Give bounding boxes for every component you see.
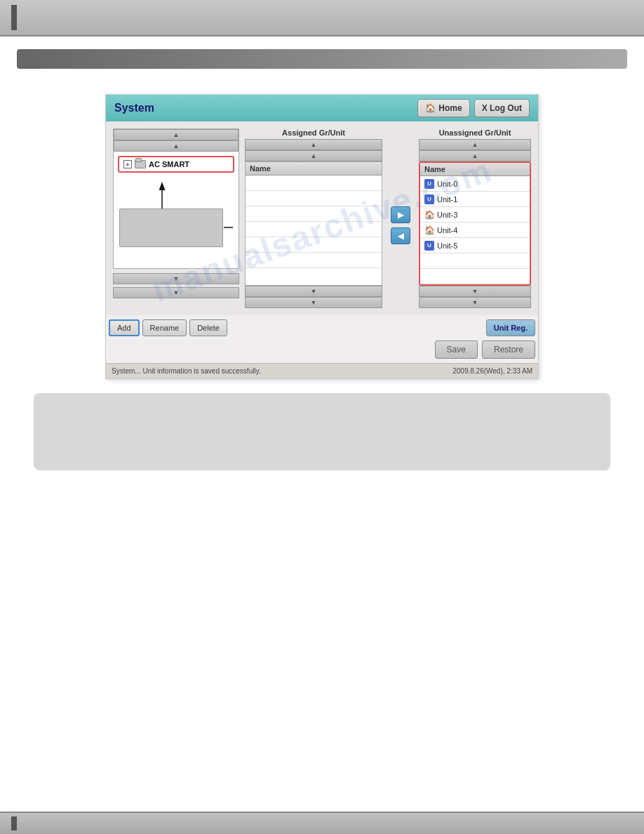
unit-icon-4: 🏠 <box>424 225 434 235</box>
tree-panel: ▲ ▲ + AC SMART <box>113 128 239 308</box>
bottom-bar <box>0 812 644 834</box>
assigned-scroll-down2[interactable]: ▼ <box>245 297 382 308</box>
unassigned-border: Name U Unit-0 U Unit-1 🏠 Unit-3 <box>419 161 531 286</box>
rename-button[interactable]: Rename <box>142 319 187 336</box>
home-button[interactable]: 🏠 Home <box>417 99 469 117</box>
unit-row-4[interactable]: 🏠 Unit-4 <box>420 223 530 238</box>
assigned-label: Assigned Gr/Unit <box>245 128 382 137</box>
assigned-name-header: Name <box>246 162 382 176</box>
top-bar-accent <box>11 5 17 30</box>
top-bar <box>0 0 644 37</box>
assigned-row-1[interactable] <box>246 176 382 191</box>
assigned-row-6[interactable] <box>246 253 382 268</box>
unassigned-scroll-down2[interactable]: ▼ <box>419 297 531 308</box>
unassigned-name-header: Name <box>420 163 530 176</box>
assigned-row-3[interactable] <box>246 206 382 222</box>
unit-icon-1: U <box>424 194 434 204</box>
screenshot-container: System 🏠 Home X Log Out ▲ ▲ + <box>105 94 539 379</box>
unit-reg-button[interactable]: Unit Reg. <box>486 319 535 336</box>
tree-scroll-area: ▲ ▲ + AC SMART <box>113 128 239 269</box>
unit-icon-5: U <box>424 241 434 251</box>
unit-icon-0: U <box>424 179 434 189</box>
system-buttons: 🏠 Home X Log Out <box>417 99 530 117</box>
unassigned-scroll-up2[interactable]: ▲ <box>419 150 531 161</box>
action-row: Add Rename Delete Unit Reg. <box>106 315 538 340</box>
folder-icon <box>135 160 146 168</box>
unit-row-empty1[interactable] <box>420 253 530 269</box>
unassigned-scroll-down[interactable]: ▼ <box>419 286 531 297</box>
save-row: Save Restore <box>106 340 538 363</box>
status-text: System... Unit information is saved succ… <box>112 367 261 375</box>
unit-label-5: Unit-5 <box>437 241 457 250</box>
unit-row-0[interactable]: U Unit-0 <box>420 176 530 192</box>
expand-icon[interactable]: + <box>123 160 132 168</box>
unit-row-5[interactable]: U Unit-5 <box>420 238 530 253</box>
transfer-right-button[interactable]: ▶ <box>391 206 410 223</box>
unit-row-3[interactable]: 🏠 Unit-3 <box>420 207 530 223</box>
info-box <box>34 393 610 470</box>
unit-row-1[interactable]: U Unit-1 <box>420 192 530 207</box>
logout-button[interactable]: X Log Out <box>474 99 530 117</box>
tree-scroll-down2[interactable]: ▼ <box>113 287 239 298</box>
transfer-left-button[interactable]: ◀ <box>391 227 410 244</box>
assigned-row-2[interactable] <box>246 191 382 206</box>
unassigned-panel: Unassigned Gr/Unit ▲ ▲ Name U Unit-0 U U… <box>419 128 531 308</box>
tree-scroll-up2[interactable]: ▲ <box>114 140 239 152</box>
system-body: ▲ ▲ + AC SMART <box>106 121 538 315</box>
system-header: System 🏠 Home X Log Out <box>106 95 538 121</box>
tree-scroll-down[interactable]: ▼ <box>113 273 239 284</box>
assigned-panel: Assigned Gr/Unit ▲ ▲ Name ▼ ▼ <box>245 128 382 308</box>
bottom-bar-accent <box>11 816 17 830</box>
assigned-row-4[interactable] <box>246 222 382 237</box>
add-button[interactable]: Add <box>109 319 140 336</box>
unassigned-label: Unassigned Gr/Unit <box>419 128 531 137</box>
save-button[interactable]: Save <box>435 340 478 359</box>
unit-label-3: Unit-3 <box>437 211 457 219</box>
transfer-buttons: ▶ ◀ <box>388 143 413 308</box>
status-bar: System... Unit information is saved succ… <box>106 363 538 378</box>
main-content: System 🏠 Home X Log Out ▲ ▲ + <box>0 73 644 498</box>
unit-label-0: Unit-0 <box>437 180 457 188</box>
unit-icon-3: 🏠 <box>424 210 434 220</box>
status-time: 2009.8.26(Wed), 2:33 AM <box>452 367 532 375</box>
action-left-buttons: Add Rename Delete <box>109 319 227 336</box>
unit-label-1: Unit-1 <box>437 195 457 204</box>
restore-button[interactable]: Restore <box>482 340 535 359</box>
tree-item-label: AC SMART <box>149 160 189 168</box>
assigned-row-5[interactable] <box>246 237 382 253</box>
unit-row-empty2[interactable] <box>420 269 530 284</box>
section-divider <box>17 49 627 69</box>
assigned-scroll-up2[interactable]: ▲ <box>245 150 382 161</box>
assigned-list-area: Name <box>245 161 382 286</box>
unassigned-scroll-up[interactable]: ▲ <box>419 139 531 150</box>
tree-scroll-up[interactable]: ▲ <box>114 129 239 140</box>
home-icon: 🏠 <box>425 103 436 113</box>
system-title: System <box>114 102 154 114</box>
delete-button[interactable]: Delete <box>189 319 227 336</box>
assigned-scroll-up[interactable]: ▲ <box>245 139 382 150</box>
unit-label-4: Unit-4 <box>437 226 457 234</box>
assigned-scroll-down[interactable]: ▼ <box>245 286 382 297</box>
tree-item-acsmart[interactable]: + AC SMART <box>118 156 234 173</box>
